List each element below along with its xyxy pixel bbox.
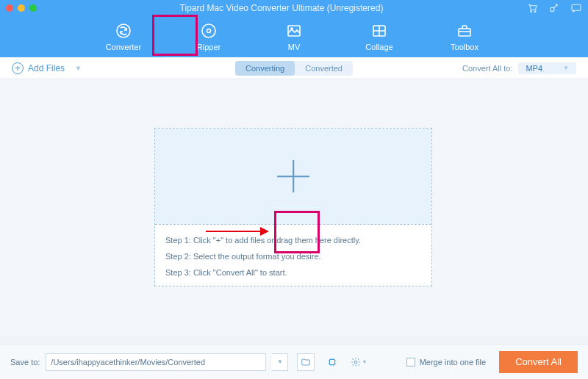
segment-converted[interactable]: Converted bbox=[295, 61, 353, 76]
instruction-steps: Step 1: Click "+" to add files or drag t… bbox=[155, 224, 431, 288]
tab-label: Collage bbox=[365, 43, 392, 51]
settings-button[interactable]: ▼ bbox=[350, 353, 368, 371]
drop-zone[interactable]: Step 1: Click "+" to add files or drag t… bbox=[154, 128, 432, 286]
output-format-dropdown[interactable]: MP4 ▼ bbox=[518, 62, 576, 74]
window-title: Tipard Mac Video Converter Ultimate (Unr… bbox=[37, 3, 526, 13]
close-window-button[interactable] bbox=[6, 4, 13, 12]
convert-all-button[interactable]: Convert All bbox=[499, 351, 578, 373]
tab-toolbox[interactable]: Toolbox bbox=[442, 19, 487, 54]
segment-converting[interactable]: Converting bbox=[235, 61, 295, 76]
minimize-window-button[interactable] bbox=[18, 4, 25, 12]
convert-all-to-label: Convert All to: bbox=[462, 64, 512, 73]
add-files-label: Add Files bbox=[28, 63, 65, 73]
chip-icon bbox=[327, 357, 337, 367]
main-navbar: Converter Ripper MV Collage Toolbox bbox=[0, 16, 588, 57]
svg-point-2 bbox=[551, 7, 554, 11]
disc-icon bbox=[200, 22, 218, 40]
svg-point-4 bbox=[117, 24, 130, 37]
merge-checkbox[interactable]: Merge into one file bbox=[406, 358, 487, 367]
collage-icon bbox=[370, 22, 388, 40]
tab-label: Ripper bbox=[197, 43, 220, 51]
converter-icon bbox=[115, 22, 132, 40]
step-text: Step 2: Select the output format you des… bbox=[165, 248, 421, 264]
output-format-value: MP4 bbox=[526, 64, 542, 73]
svg-point-5 bbox=[202, 24, 215, 37]
window-controls bbox=[6, 4, 37, 12]
toolbox-icon bbox=[456, 22, 473, 40]
hardware-accel-button[interactable] bbox=[323, 353, 341, 371]
titlebar: Tipard Mac Video Converter Ultimate (Unr… bbox=[0, 0, 588, 16]
step-text: Step 3: Click "Convert All" to start. bbox=[165, 264, 421, 281]
main-canvas: Step 1: Click "+" to add files or drag t… bbox=[0, 79, 588, 336]
drop-zone-top[interactable] bbox=[155, 129, 431, 224]
open-folder-button[interactable] bbox=[297, 353, 315, 371]
tab-collage[interactable]: Collage bbox=[357, 19, 401, 54]
save-path-input[interactable] bbox=[46, 353, 266, 371]
tab-label: Converter bbox=[106, 43, 141, 51]
chevron-down-icon: ▼ bbox=[362, 359, 367, 364]
chevron-down-icon: ▼ bbox=[563, 65, 569, 71]
svg-rect-10 bbox=[459, 29, 470, 36]
save-to-label: Save to: bbox=[10, 358, 40, 367]
plus-circle-icon: + bbox=[12, 62, 24, 74]
chevron-down-icon[interactable]: ▼ bbox=[75, 65, 82, 72]
checkbox-icon bbox=[406, 358, 415, 367]
gear-icon bbox=[351, 357, 361, 367]
tab-label: Toolbox bbox=[451, 43, 478, 51]
status-segmented: Converting Converted bbox=[235, 61, 353, 76]
svg-rect-11 bbox=[330, 359, 335, 364]
tab-label: MV bbox=[288, 43, 301, 51]
zoom-window-button[interactable] bbox=[29, 4, 37, 12]
tab-mv[interactable]: MV bbox=[272, 19, 316, 54]
add-files-button[interactable]: + Add Files ▼ bbox=[12, 62, 82, 74]
feedback-icon[interactable] bbox=[570, 2, 582, 14]
cart-icon[interactable] bbox=[526, 2, 538, 14]
merge-label: Merge into one file bbox=[420, 358, 487, 367]
svg-point-12 bbox=[355, 361, 358, 364]
svg-point-0 bbox=[531, 11, 532, 12]
svg-point-1 bbox=[534, 11, 536, 12]
image-icon bbox=[285, 22, 303, 40]
tab-converter[interactable]: Converter bbox=[101, 19, 146, 54]
sub-toolbar: + Add Files ▼ Converting Converted Conve… bbox=[0, 57, 588, 79]
folder-icon bbox=[301, 357, 311, 367]
tab-ripper[interactable]: Ripper bbox=[187, 19, 231, 54]
add-files-big-plus-icon[interactable] bbox=[277, 160, 309, 192]
step-text: Step 1: Click "+" to add files or drag t… bbox=[165, 232, 421, 248]
key-icon[interactable] bbox=[548, 2, 560, 14]
footer-bar: Save to: ▼ ▼ Merge into one file Convert… bbox=[0, 344, 588, 379]
save-path-dropdown[interactable]: ▼ bbox=[272, 353, 288, 371]
svg-point-6 bbox=[207, 29, 211, 33]
